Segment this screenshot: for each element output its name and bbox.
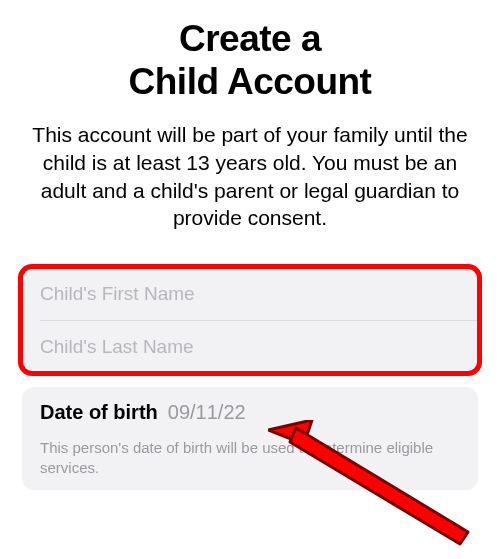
name-form-group: Child's First Name Child's Last Name (0, 268, 500, 373)
input-group: Child's First Name Child's Last Name (22, 268, 478, 373)
page-description: This account will be part of your family… (20, 121, 480, 232)
last-name-field[interactable]: Child's Last Name (22, 321, 478, 373)
dob-label: Date of birth (40, 401, 158, 424)
first-name-field[interactable]: Child's First Name (22, 268, 478, 320)
title-line-1: Create a (179, 18, 321, 59)
dob-section: Date of birth 09/11/22 This person's dat… (0, 387, 500, 491)
dob-value: 09/11/22 (168, 401, 246, 424)
first-name-placeholder: Child's First Name (40, 283, 195, 305)
dob-hint: This person's date of birth will be used… (40, 438, 460, 479)
dob-card: Date of birth 09/11/22 This person's dat… (22, 387, 478, 491)
page-title: Create a Child Account (20, 18, 480, 103)
header: Create a Child Account This account will… (0, 0, 500, 232)
title-line-2: Child Account (129, 61, 372, 102)
dob-row[interactable]: Date of birth 09/11/22 (40, 401, 460, 424)
last-name-placeholder: Child's Last Name (40, 336, 194, 358)
